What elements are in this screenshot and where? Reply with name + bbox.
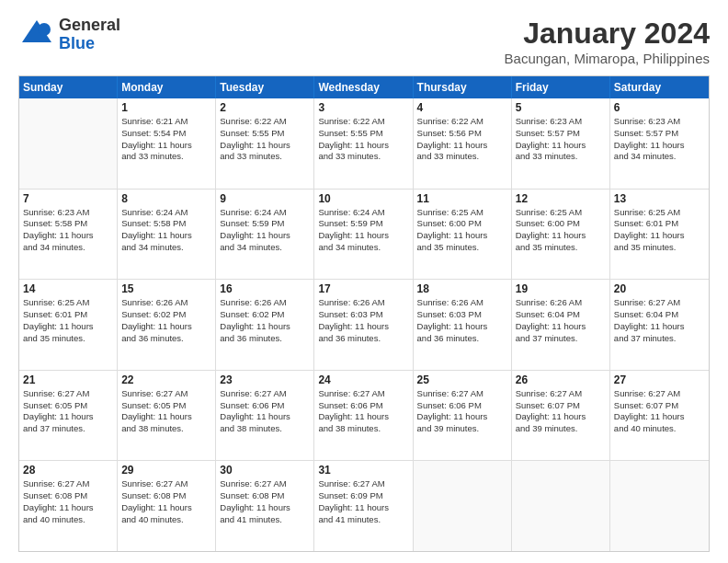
cell-info-line: and 41 minutes. — [318, 514, 408, 526]
cell-info-line: and 33 minutes. — [417, 151, 507, 163]
cell-info-line: Daylight: 11 hours — [417, 230, 507, 242]
calendar-cell: 4Sunrise: 6:22 AMSunset: 5:56 PMDaylight… — [414, 98, 512, 189]
cell-info-line: Daylight: 11 hours — [23, 230, 113, 242]
cell-info-line: and 40 minutes. — [614, 423, 705, 435]
cell-info-line: and 33 minutes. — [220, 151, 310, 163]
cell-info-line: Sunset: 6:05 PM — [23, 400, 113, 412]
page-title: January 2024 — [505, 17, 710, 51]
day-number: 6 — [614, 101, 705, 114]
day-number: 8 — [121, 192, 211, 205]
calendar-cell: 3Sunrise: 6:22 AMSunset: 5:55 PMDaylight… — [314, 98, 413, 189]
cell-info-line: Sunrise: 6:24 AM — [318, 207, 408, 219]
logo-icon — [18, 17, 55, 53]
day-number: 20 — [614, 282, 705, 295]
cell-info-line: and 38 minutes. — [220, 423, 310, 435]
cell-info-line: Sunset: 6:07 PM — [516, 400, 606, 412]
day-number: 27 — [614, 373, 705, 386]
cell-info-line: Sunrise: 6:23 AM — [23, 207, 113, 219]
day-number: 25 — [417, 373, 507, 386]
cell-info-line: and 36 minutes. — [220, 333, 310, 345]
header-day-monday: Monday — [118, 76, 216, 98]
cell-info-line: Daylight: 11 hours — [516, 321, 606, 333]
day-number: 31 — [318, 464, 408, 477]
day-number: 5 — [516, 101, 606, 114]
day-number: 29 — [121, 464, 211, 477]
header: General Blue January 2024 Bacungan, Mima… — [18, 17, 710, 66]
cell-info-line: Sunset: 5:57 PM — [516, 128, 606, 140]
cell-info-line: Sunrise: 6:21 AM — [121, 116, 211, 128]
header-day-tuesday: Tuesday — [216, 76, 314, 98]
cell-info-line: Daylight: 11 hours — [121, 502, 211, 514]
day-number: 26 — [516, 373, 606, 386]
cell-info-line: Daylight: 11 hours — [220, 140, 310, 152]
cell-info-line: Sunrise: 6:23 AM — [516, 116, 606, 128]
calendar-cell: 30Sunrise: 6:27 AMSunset: 6:08 PMDayligh… — [216, 461, 314, 551]
cell-info-line: Daylight: 11 hours — [318, 140, 408, 152]
header-day-thursday: Thursday — [414, 76, 512, 98]
day-number: 7 — [23, 192, 113, 205]
cell-info-line: Daylight: 11 hours — [121, 230, 211, 242]
cell-info-line: and 37 minutes. — [516, 333, 606, 345]
cell-info-line: Sunrise: 6:24 AM — [121, 207, 211, 219]
day-number: 24 — [318, 373, 408, 386]
cell-info-line: Sunrise: 6:27 AM — [121, 478, 211, 490]
calendar-cell: 20Sunrise: 6:27 AMSunset: 6:04 PMDayligh… — [610, 280, 709, 370]
cell-info-line: Sunrise: 6:25 AM — [23, 297, 113, 309]
cell-info-line: Daylight: 11 hours — [614, 321, 705, 333]
calendar-cell: 24Sunrise: 6:27 AMSunset: 6:06 PMDayligh… — [314, 371, 413, 461]
cell-info-line: Daylight: 11 hours — [614, 411, 705, 423]
logo-blue: Blue — [59, 35, 120, 53]
calendar-cell: 5Sunrise: 6:23 AMSunset: 5:57 PMDaylight… — [512, 98, 610, 189]
cell-info-line: Daylight: 11 hours — [121, 411, 211, 423]
header-day-friday: Friday — [512, 76, 610, 98]
cell-info-line: and 34 minutes. — [23, 242, 113, 254]
calendar-cell — [610, 461, 709, 551]
day-number: 18 — [417, 282, 507, 295]
cell-info-line: Sunset: 5:55 PM — [220, 128, 310, 140]
svg-point-1 — [38, 23, 51, 36]
cell-info-line: and 34 minutes. — [614, 151, 705, 163]
cell-info-line: Sunrise: 6:27 AM — [220, 478, 310, 490]
cell-info-line: Sunset: 6:09 PM — [318, 490, 408, 502]
cell-info-line: and 33 minutes. — [121, 151, 211, 163]
cell-info-line: Daylight: 11 hours — [220, 321, 310, 333]
cell-info-line: and 37 minutes. — [23, 423, 113, 435]
cell-info-line: Sunset: 6:00 PM — [417, 218, 507, 230]
cell-info-line: Sunset: 5:54 PM — [121, 128, 211, 140]
calendar-cell: 11Sunrise: 6:25 AMSunset: 6:00 PMDayligh… — [414, 190, 512, 280]
cell-info-line: Sunset: 6:00 PM — [516, 218, 606, 230]
day-number: 23 — [220, 373, 310, 386]
calendar-cell: 17Sunrise: 6:26 AMSunset: 6:03 PMDayligh… — [314, 280, 413, 370]
cell-info-line: Sunset: 6:07 PM — [614, 400, 705, 412]
logo: General Blue — [18, 17, 120, 53]
cell-info-line: Sunrise: 6:26 AM — [318, 297, 408, 309]
day-number: 12 — [516, 192, 606, 205]
cell-info-line: Sunrise: 6:22 AM — [220, 116, 310, 128]
cell-info-line: Sunrise: 6:27 AM — [318, 388, 408, 400]
calendar-cell — [19, 98, 118, 189]
cell-info-line: Sunrise: 6:27 AM — [614, 388, 705, 400]
cell-info-line: Daylight: 11 hours — [417, 411, 507, 423]
calendar-cell: 2Sunrise: 6:22 AMSunset: 5:55 PMDaylight… — [216, 98, 314, 189]
cell-info-line: Daylight: 11 hours — [614, 140, 705, 152]
calendar: SundayMondayTuesdayWednesdayThursdayFrid… — [18, 75, 710, 552]
cell-info-line: Sunrise: 6:26 AM — [220, 297, 310, 309]
calendar-cell: 6Sunrise: 6:23 AMSunset: 5:57 PMDaylight… — [610, 98, 709, 189]
cell-info-line: Sunrise: 6:27 AM — [318, 478, 408, 490]
cell-info-line: Daylight: 11 hours — [318, 411, 408, 423]
cell-info-line: Sunset: 6:08 PM — [220, 490, 310, 502]
calendar-cell: 19Sunrise: 6:26 AMSunset: 6:04 PMDayligh… — [512, 280, 610, 370]
calendar-week-2: 7Sunrise: 6:23 AMSunset: 5:58 PMDaylight… — [19, 190, 709, 281]
day-number: 1 — [121, 101, 211, 114]
cell-info-line: Daylight: 11 hours — [417, 321, 507, 333]
header-day-sunday: Sunday — [19, 76, 118, 98]
calendar-cell: 15Sunrise: 6:26 AMSunset: 6:02 PMDayligh… — [118, 280, 216, 370]
cell-info-line: Sunrise: 6:26 AM — [516, 297, 606, 309]
cell-info-line: and 37 minutes. — [614, 333, 705, 345]
calendar-cell: 9Sunrise: 6:24 AMSunset: 5:59 PMDaylight… — [216, 190, 314, 280]
cell-info-line: Sunrise: 6:27 AM — [220, 388, 310, 400]
calendar-cell: 13Sunrise: 6:25 AMSunset: 6:01 PMDayligh… — [610, 190, 709, 280]
cell-info-line: Sunset: 6:08 PM — [121, 490, 211, 502]
cell-info-line: Daylight: 11 hours — [220, 502, 310, 514]
cell-info-line: Daylight: 11 hours — [318, 502, 408, 514]
